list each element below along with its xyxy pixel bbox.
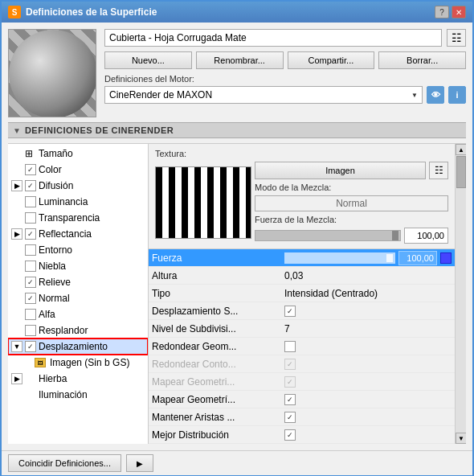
param-value-desplazamiento-s	[284, 306, 452, 317]
param-row-fuerza[interactable]: Fuerza 100,00	[149, 249, 455, 267]
param-row-altura[interactable]: Altura 0,03	[149, 267, 455, 285]
param-row-desplazamiento-s[interactable]: Desplazamiento S...	[149, 302, 455, 320]
luminancia-checkbox[interactable]	[25, 196, 36, 207]
material-name-field[interactable]: Cubierta - Hoja Corrugada Mate	[104, 29, 442, 47]
normal-checkbox[interactable]	[25, 293, 36, 304]
param-name-mejor-distrib: Mejor Distribución	[152, 429, 284, 441]
material-menu-button[interactable]: ☷	[447, 29, 466, 47]
top-section: Cubierta - Hoja Corrugada Mate ☷ Nuevo..…	[8, 29, 466, 117]
difusion-checkbox[interactable]	[25, 180, 36, 191]
param-name-redondear-conto: Redondear Conto...	[152, 359, 284, 370]
window-icon: S	[8, 6, 21, 18]
tree-item-desplazamiento[interactable]: ▼ Desplazamiento	[8, 339, 148, 355]
param-row-nivel-subdivi[interactable]: Nivel de Subdivisi... 7	[149, 320, 455, 338]
param-row-redondear-geom[interactable]: Redondear Geom...	[149, 338, 455, 355]
delete-button[interactable]: Borrar...	[378, 51, 466, 69]
param-value-nivel-subdivi: 7	[284, 323, 452, 334]
scroll-track[interactable]	[456, 155, 466, 433]
tree-item-niebla[interactable]: Niebla	[8, 258, 148, 274]
param-name-fuerza: Fuerza	[152, 252, 284, 264]
param-row-mejor-distrib[interactable]: Mejor Distribución	[149, 426, 455, 444]
tree-item-reflectancia[interactable]: ▶ Reflectancia	[8, 226, 148, 242]
strength-slider[interactable]	[255, 230, 401, 241]
mapear-geome2-checkbox[interactable]	[284, 394, 296, 405]
desplazamiento-checkbox[interactable]	[25, 341, 36, 352]
fuerza-slider[interactable]	[284, 252, 395, 264]
param-name-mapear-geome2: Mapear Geometrí...	[152, 394, 284, 405]
new-button[interactable]: Nuevo...	[104, 51, 192, 69]
entorno-checkbox[interactable]	[25, 244, 36, 256]
help-button[interactable]: ?	[435, 6, 449, 18]
arrow-right-icon: ▶	[137, 459, 143, 468]
main-window: S Definiciones de la Superficie ? ✕ Cubi…	[0, 0, 474, 476]
redondear-geom-checkbox[interactable]	[284, 341, 296, 352]
niebla-checkbox[interactable]	[25, 261, 36, 272]
scroll-down-button[interactable]: ▼	[456, 433, 466, 444]
alfa-checkbox[interactable]	[25, 309, 36, 320]
tree-item-relieve[interactable]: Relieve	[8, 274, 148, 290]
tree-item-normal[interactable]: Normal	[8, 290, 148, 306]
title-bar-left: S Definiciones de la Superficie	[8, 6, 157, 18]
match-definitions-button[interactable]: Coincidir Definiciones...	[8, 454, 121, 472]
texture-label: Textura:	[155, 149, 448, 158]
redondear-conto-checkbox	[284, 359, 296, 370]
info-button[interactable]: 👁	[427, 86, 444, 104]
main-panel: Cubierta - Hoja Corrugada Mate ☷ Nuevo..…	[2, 23, 472, 450]
slider-thumb[interactable]	[392, 231, 398, 240]
tree-item-transparencia[interactable]: Transparencia	[8, 210, 148, 226]
fuerza-thumb[interactable]	[386, 254, 393, 262]
tree-item-luminancia[interactable]: Luminancia	[8, 194, 148, 210]
param-value-mapear-geome1	[284, 376, 452, 388]
strength-label: Fuerza de la Mezcla:	[255, 215, 448, 224]
mantener-aristas-checkbox[interactable]	[284, 412, 296, 423]
arrow-button[interactable]: ▶	[126, 454, 153, 472]
desplazamiento-s-checkbox[interactable]	[284, 306, 296, 317]
strength-value[interactable]: 100,00	[404, 228, 448, 244]
param-row-tipo[interactable]: Tipo Intensidad (Centrado)	[149, 285, 455, 302]
preview-sphere	[9, 30, 96, 117]
scroll-thumb[interactable]	[456, 156, 466, 188]
difusion-expand[interactable]: ▶	[11, 180, 22, 191]
material-preview	[8, 29, 96, 117]
mejor-distrib-checkbox[interactable]	[284, 429, 296, 441]
lower-section: ⊞ Tamaño Color ▶ Difusión	[8, 143, 466, 444]
transparencia-checkbox[interactable]	[25, 212, 36, 224]
tree-item-iluminacion[interactable]: Iluminación	[8, 387, 148, 403]
section-expand-icon[interactable]: ▼	[13, 126, 21, 135]
param-row-mapear-geome2[interactable]: Mapear Geometrí...	[149, 391, 455, 408]
image-button[interactable]: Imagen	[255, 162, 426, 179]
tree-item-tamano[interactable]: ⊞ Tamaño	[8, 146, 148, 162]
hierba-expand[interactable]: ▶	[11, 373, 22, 384]
param-value-fuerza: 100,00	[284, 251, 452, 265]
resplandor-checkbox[interactable]	[25, 325, 36, 336]
fuerza-color-swatch[interactable]	[440, 252, 452, 264]
tree-item-color[interactable]: Color	[8, 162, 148, 178]
share-button[interactable]: Compartir...	[288, 51, 375, 69]
tree-item-entorno[interactable]: Entorno	[8, 242, 148, 258]
tree-item-alfa[interactable]: Alfa	[8, 306, 148, 322]
engine-select[interactable]: CineRender de MAXON ▼	[104, 86, 423, 104]
right-panel: Textura: Imagen ☷ Modo de la Mezcla: Nor…	[149, 144, 455, 444]
fuerza-num[interactable]: 100,00	[398, 251, 437, 265]
slider-fill	[255, 231, 400, 240]
param-name-mantener-aristas: Mantener Aristas ...	[152, 412, 284, 423]
relieve-checkbox[interactable]	[25, 277, 36, 288]
help-info-button[interactable]: i	[448, 86, 466, 104]
reflectancia-expand[interactable]: ▶	[11, 228, 22, 240]
color-checkbox[interactable]	[25, 164, 36, 175]
texture-options-button[interactable]: ☷	[429, 162, 448, 179]
mode-field[interactable]: Normal	[255, 195, 448, 211]
param-row-mantener-aristas[interactable]: Mantener Aristas ...	[149, 408, 455, 426]
mapear-geome1-checkbox	[284, 376, 296, 388]
tree-item-imagen[interactable]: 🖼 Imagen (Sin b GS)	[8, 355, 148, 371]
rename-button[interactable]: Renombrar...	[196, 51, 284, 69]
param-name-mapear-geome1: Mapear Geometri...	[152, 376, 284, 388]
dropdown-arrow-icon: ▼	[411, 92, 418, 99]
scroll-up-button[interactable]: ▲	[456, 144, 466, 155]
reflectancia-checkbox[interactable]	[25, 228, 36, 240]
tree-item-hierba[interactable]: ▶ Hierba	[8, 371, 148, 387]
tree-item-resplandor[interactable]: Resplandor	[8, 322, 148, 339]
close-button[interactable]: ✕	[452, 6, 466, 18]
desplazamiento-expand[interactable]: ▼	[11, 341, 22, 352]
tree-item-difusion[interactable]: ▶ Difusión	[8, 178, 148, 194]
